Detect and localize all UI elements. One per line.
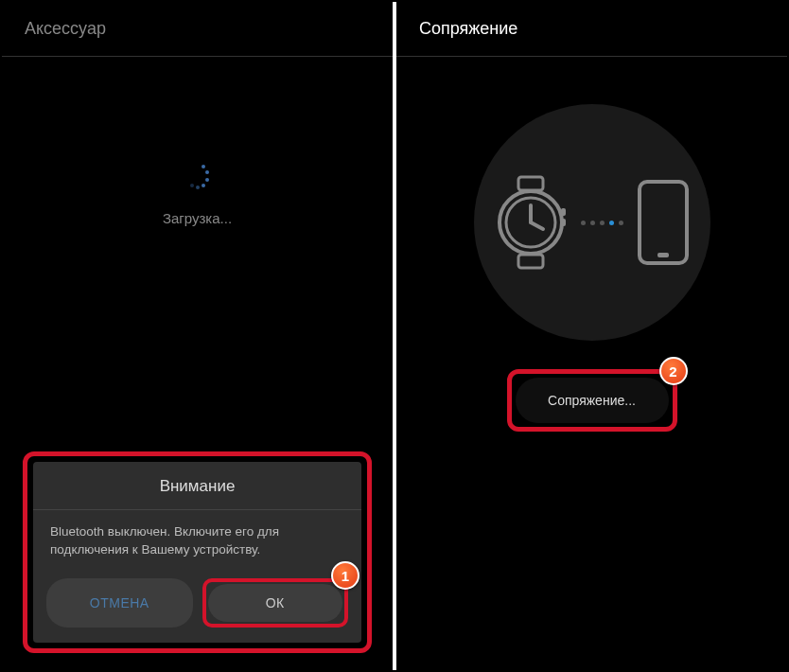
attention-dialog: Внимание Bluetooth выключен. Включите ег…: [33, 462, 361, 643]
dialog-highlight: Внимание Bluetooth выключен. Включите ег…: [23, 451, 372, 653]
phone-icon: [637, 179, 690, 266]
pair-button-highlight: Сопряжение... 2: [507, 369, 677, 432]
spinner-icon: [184, 163, 211, 189]
svg-rect-0: [518, 177, 543, 190]
pair-graphic: [474, 104, 710, 341]
pair-button[interactable]: Сопряжение...: [516, 378, 669, 423]
cancel-button[interactable]: ОТМЕНА: [46, 578, 193, 628]
svg-rect-9: [658, 253, 669, 257]
ok-highlight: ОК 1: [202, 578, 349, 628]
loading-area: Загрузка...: [2, 163, 393, 226]
step-badge-1: 1: [331, 561, 359, 590]
accessory-title: Аксессуар: [2, 2, 393, 57]
pairing-title: Сопряжение: [396, 2, 787, 57]
loading-text: Загрузка...: [2, 210, 393, 226]
pairing-pane: Сопряжение: [396, 2, 787, 670]
accessory-pane: Аксессуар Загрузка... Внимание Bluetooth…: [2, 2, 396, 670]
svg-rect-6: [561, 208, 566, 216]
dialog-title: Внимание: [33, 462, 361, 510]
svg-rect-7: [561, 219, 566, 226]
dialog-message: Bluetooth выключен. Включите его для под…: [33, 510, 361, 569]
step-badge-2: 2: [659, 357, 688, 385]
watch-icon: [494, 175, 568, 270]
svg-rect-8: [640, 182, 687, 263]
connection-dots-icon: [581, 221, 623, 225]
ok-button[interactable]: ОК: [208, 584, 343, 622]
dialog-actions: ОТМЕНА ОК 1: [33, 569, 361, 643]
split-view: Аксессуар Загрузка... Внимание Bluetooth…: [0, 0, 789, 672]
svg-rect-1: [518, 255, 543, 268]
